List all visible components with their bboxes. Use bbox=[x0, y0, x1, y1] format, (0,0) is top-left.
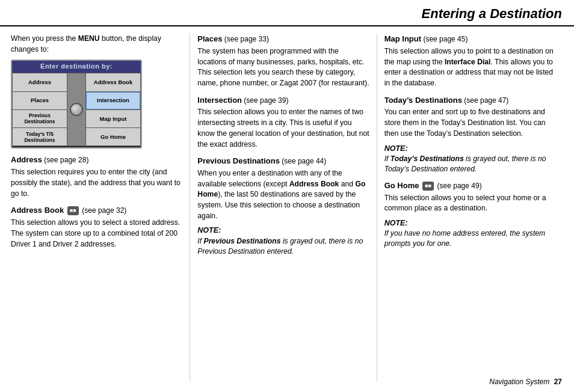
nav-btn-todays-dest[interactable]: Today's T/5Destinations bbox=[13, 128, 67, 145]
nav-display: Enter destination by: Address Address Bo… bbox=[11, 60, 142, 149]
nav-btn-go-home[interactable]: Go Home bbox=[86, 128, 140, 145]
todays-dest-body: You can enter and sort up to five destin… bbox=[384, 107, 556, 139]
address-book-icon: ■■ bbox=[67, 206, 79, 215]
address-book-body: This selection allows you to select a st… bbox=[11, 218, 182, 250]
nav-display-header: Enter destination by: bbox=[12, 61, 141, 73]
map-input-section-title: Map Input (see page 45) bbox=[384, 34, 556, 45]
page-footer: Navigation System 27 bbox=[489, 378, 562, 386]
intro-text: When you press the MENU button, the disp… bbox=[11, 34, 182, 55]
todays-dest-section-title: Today’s Destinations (see page 47) bbox=[384, 95, 556, 106]
nav-btn-places[interactable]: Places bbox=[13, 92, 67, 109]
page-header: Entering a Destination bbox=[0, 0, 574, 26]
prev-dest-body: When you enter a destination with any of… bbox=[197, 168, 369, 221]
address-book-section-title: Address Book ■■ (see page 32) bbox=[11, 205, 182, 216]
column-1: When you press the MENU button, the disp… bbox=[11, 34, 190, 381]
footer-nav-system: Navigation System bbox=[489, 378, 549, 386]
intersection-body: This selection allows you to enter the n… bbox=[197, 107, 369, 150]
content-area: When you press the MENU button, the disp… bbox=[0, 26, 574, 387]
prev-dest-section-title: Previous Destinations (see page 44) bbox=[197, 156, 369, 167]
column-2: Places (see page 33) The system has been… bbox=[190, 34, 377, 381]
go-home-icon: ■■ bbox=[422, 182, 434, 191]
nav-btn-intersection[interactable]: Intersection bbox=[86, 92, 140, 109]
note-1: NOTE: If Previous Destinations is grayed… bbox=[197, 225, 369, 256]
nav-btn-prev-dest[interactable]: PreviousDestinations bbox=[13, 110, 67, 127]
note-3: NOTE: If you have no home address entere… bbox=[384, 218, 556, 249]
go-home-section-title: Go Home ■■ (see page 49) bbox=[384, 180, 556, 192]
page-title: Entering a Destination bbox=[12, 6, 562, 22]
nav-grid: Address Address Book Places Intersection… bbox=[12, 73, 141, 146]
intersection-section-title: Intersection (see page 39) bbox=[197, 95, 369, 106]
nav-knob bbox=[70, 103, 83, 116]
address-body: This selection requires you to enter the… bbox=[11, 167, 182, 199]
places-section-title: Places (see page 33) bbox=[197, 34, 369, 45]
nav-btn-address[interactable]: Address bbox=[13, 73, 67, 91]
note-2: NOTE: If Today’s Destinations is grayed … bbox=[384, 143, 556, 174]
column-3: Map Input (see page 45) This selection a… bbox=[377, 34, 563, 381]
nav-btn-address-book[interactable]: Address Book bbox=[86, 73, 140, 91]
nav-center-knob bbox=[67, 73, 85, 145]
address-section-title: Address (see page 28) bbox=[11, 155, 182, 166]
go-home-body: This selection allows you to select your… bbox=[384, 193, 556, 214]
places-body: The system has been programmed with the … bbox=[197, 46, 369, 89]
footer-page-number: 27 bbox=[554, 378, 562, 386]
map-input-body: This selection allows you to point to a … bbox=[384, 46, 556, 89]
nav-btn-map-input[interactable]: Map Input bbox=[86, 110, 140, 127]
